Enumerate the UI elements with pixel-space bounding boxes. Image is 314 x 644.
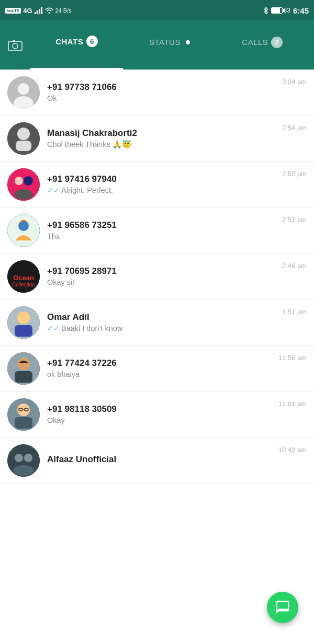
chat-name: Manasij Chakraborti2 xyxy=(47,128,278,139)
chat-time: 3:04 pm xyxy=(282,76,307,86)
bluetooth-icon xyxy=(263,7,268,14)
man-glasses-avatar xyxy=(7,398,40,431)
svg-point-18 xyxy=(18,221,29,231)
camera-button[interactable] xyxy=(5,35,25,55)
message-text: Alright. Perfect. xyxy=(61,186,113,194)
chat-name: +91 70695 28971 xyxy=(47,266,278,277)
svg-point-14 xyxy=(15,177,23,185)
svg-point-23 xyxy=(17,312,30,324)
svg-point-36 xyxy=(24,454,32,462)
nav-tabs: CHATS 6 STATUS CALLS 2 xyxy=(30,20,309,70)
svg-rect-4 xyxy=(8,41,22,51)
svg-rect-27 xyxy=(15,371,32,383)
avatar xyxy=(7,76,40,109)
chat-item[interactable]: +91 98118 30509Okay11:01 am xyxy=(0,392,314,438)
svg-point-8 xyxy=(18,83,29,95)
man-blue-avatar xyxy=(7,306,40,339)
svg-point-11 xyxy=(17,128,30,140)
chat-item[interactable]: Ocean Collection +91 70695 28971Okay sir… xyxy=(0,254,314,300)
chat-content: +91 97416 97940✓✓ Alright. Perfect. xyxy=(47,174,278,194)
chat-time: 10:42 am xyxy=(278,444,307,454)
couple-avatar xyxy=(7,168,40,201)
app-header: CHATS 6 STATUS CALLS 2 xyxy=(0,20,314,70)
svg-rect-0 xyxy=(35,12,36,14)
chat-item[interactable]: +91 96586 73251Thx2:51 pm xyxy=(0,208,314,254)
chat-preview: ok bhaiya xyxy=(47,370,274,378)
chat-content: +91 70695 28971Okay sir xyxy=(47,266,278,286)
chat-list: +91 97738 71066Ok3:04 pm Manasij Chakrab… xyxy=(0,70,314,484)
status-bar-right: 83 6:45 xyxy=(263,6,309,15)
svg-point-5 xyxy=(13,43,18,49)
chat-preview: Thx xyxy=(47,232,278,240)
chat-name: +91 96586 73251 xyxy=(47,220,278,231)
svg-rect-1 xyxy=(37,10,38,14)
status-dot xyxy=(186,40,190,44)
logo-dark-avatar: Ocean Collection xyxy=(7,260,40,293)
chat-time: 1:51 pm xyxy=(282,306,307,316)
avatar xyxy=(7,214,40,247)
message-text: ok bhaiya xyxy=(47,370,80,378)
chat-preview: Ok xyxy=(47,94,278,102)
chat-content: +91 77424 37226ok bhaiya xyxy=(47,358,274,378)
chat-name: +91 77424 37226 xyxy=(47,358,274,369)
signal-icon xyxy=(35,7,43,14)
chat-item[interactable]: Alfaaz Unofficial10:42 am xyxy=(0,438,314,484)
chat-time: 2:51 pm xyxy=(282,214,307,224)
svg-text:Ocean: Ocean xyxy=(13,274,34,282)
svg-point-35 xyxy=(15,454,23,462)
chat-item[interactable]: +91 97416 97940✓✓ Alright. Perfect.2:52 … xyxy=(0,162,314,208)
svg-point-37 xyxy=(13,465,34,476)
double-tick-icon: ✓✓ xyxy=(47,186,60,194)
svg-rect-6 xyxy=(13,40,15,42)
chat-preview: ✓✓ Alright. Perfect. xyxy=(47,186,278,194)
avatar xyxy=(7,444,40,477)
status-bar: VoLTE 4G 24 B/s 83 6:45 xyxy=(0,0,314,20)
battery-level: 83 xyxy=(284,7,290,14)
tab-calls[interactable]: CALLS 2 xyxy=(216,20,309,70)
data-speed: 24 B/s xyxy=(55,7,72,14)
tab-calls-label: CALLS xyxy=(242,38,268,47)
message-text: Okay sir xyxy=(47,278,75,286)
svg-rect-3 xyxy=(41,7,42,14)
chat-name: Alfaaz Unofficial xyxy=(47,454,274,465)
svg-rect-33 xyxy=(15,417,32,429)
message-text: Ok xyxy=(47,94,57,102)
chat-time: 2:54 pm xyxy=(282,122,307,132)
svg-rect-12 xyxy=(16,141,31,151)
network-type: 4G xyxy=(23,7,32,15)
default-avatar-icon xyxy=(7,76,40,109)
tab-status-label: STATUS xyxy=(149,38,181,47)
chat-name: +91 98118 30509 xyxy=(47,404,274,415)
chat-time: 2:46 pm xyxy=(282,260,307,270)
svg-rect-24 xyxy=(15,325,32,337)
message-text: Chol theek Thanks 🙏😇 xyxy=(47,140,131,149)
chat-preview: Okay xyxy=(47,416,274,424)
chat-item[interactable]: Manasij Chakraborti2Chol theek Thanks 🙏😇… xyxy=(0,116,314,162)
chat-name: +91 97738 71066 xyxy=(47,82,278,93)
tab-status[interactable]: STATUS xyxy=(123,20,216,70)
chat-content: Omar Adil✓✓ Baaki I don't know xyxy=(47,312,278,332)
svg-text:Collection: Collection xyxy=(12,282,35,288)
chat-content: Manasij Chakraborti2Chol theek Thanks 🙏😇 xyxy=(47,128,278,149)
chat-content: +91 96586 73251Thx xyxy=(47,220,278,240)
chat-content: Alfaaz Unofficial xyxy=(47,454,274,466)
chat-preview: Okay sir xyxy=(47,278,278,286)
svg-rect-2 xyxy=(39,9,40,14)
message-text: Baaki I don't know xyxy=(61,324,122,332)
wifi-icon xyxy=(45,7,53,14)
message-text: Thx xyxy=(47,232,60,240)
chat-time: 11:56 am xyxy=(278,352,307,362)
chat-content: +91 98118 30509Okay xyxy=(47,404,274,424)
avatar xyxy=(7,352,40,385)
avatar xyxy=(7,168,40,201)
avatar: Ocean Collection xyxy=(7,260,40,293)
man-dark-avatar xyxy=(7,352,40,385)
tab-chats[interactable]: CHATS 6 xyxy=(30,20,123,70)
status-bar-left: VoLTE 4G 24 B/s xyxy=(5,7,72,15)
chat-item[interactable]: +91 97738 71066Ok3:04 pm xyxy=(0,70,314,116)
group-dark-avatar xyxy=(7,444,40,477)
chat-item[interactable]: +91 77424 37226ok bhaiya11:56 am xyxy=(0,346,314,392)
avatar xyxy=(7,398,40,431)
svg-point-15 xyxy=(24,176,33,186)
chat-item[interactable]: Omar Adil✓✓ Baaki I don't know1:51 pm xyxy=(0,300,314,346)
